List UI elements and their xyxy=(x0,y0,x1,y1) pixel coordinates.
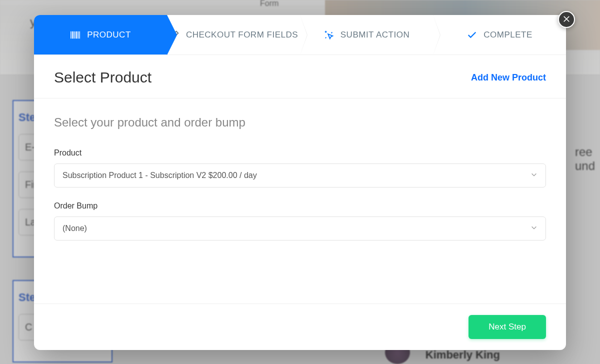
product-select[interactable]: Subscription Product 1 - Subscription V2… xyxy=(54,164,546,188)
step-submit-action[interactable]: SUBMIT ACTION xyxy=(300,15,433,54)
barcode-icon xyxy=(70,30,81,40)
product-label: Product xyxy=(54,148,546,158)
product-field-group: Product Subscription Product 1 - Subscri… xyxy=(54,148,546,188)
page-title: Select Product xyxy=(54,69,152,86)
step-label: PRODUCT xyxy=(87,30,131,40)
close-button[interactable] xyxy=(558,11,575,28)
cursor-click-icon xyxy=(324,30,334,40)
product-select-value: Subscription Product 1 - Subscription V2… xyxy=(62,171,257,180)
modal-footer: Next Step xyxy=(34,304,566,350)
product-wizard-modal: PRODUCT CHECKOUT FORM FIELDS SUBMIT ACTI… xyxy=(34,15,566,350)
close-icon xyxy=(563,14,570,25)
order-bump-label: Order Bump xyxy=(54,202,546,210)
modal-subtitle: Select your product and order bump xyxy=(54,116,546,130)
step-label: SUBMIT ACTION xyxy=(340,30,410,40)
step-product[interactable]: PRODUCT xyxy=(34,15,167,54)
step-label: CHECKOUT FORM FIELDS xyxy=(186,30,298,40)
order-bump-select[interactable]: (None) xyxy=(54,216,546,240)
next-step-button[interactable]: Next Step xyxy=(468,315,546,339)
chevron-down-icon xyxy=(530,171,538,180)
step-complete[interactable]: COMPLETE xyxy=(433,15,566,54)
order-bump-select-value: (None) xyxy=(62,224,87,233)
check-icon xyxy=(466,30,478,40)
wizard-steps: PRODUCT CHECKOUT FORM FIELDS SUBMIT ACTI… xyxy=(34,15,566,55)
modal-header: Select Product Add New Product xyxy=(34,55,566,98)
add-new-product-link[interactable]: Add New Product xyxy=(471,72,546,83)
step-label: COMPLETE xyxy=(484,30,532,40)
modal-body: Select your product and order bump Produ… xyxy=(34,98,566,304)
order-bump-field-group: Order Bump (None) xyxy=(54,202,546,240)
step-checkout-form-fields[interactable]: CHECKOUT FORM FIELDS xyxy=(167,15,300,54)
chevron-down-icon xyxy=(530,224,538,233)
